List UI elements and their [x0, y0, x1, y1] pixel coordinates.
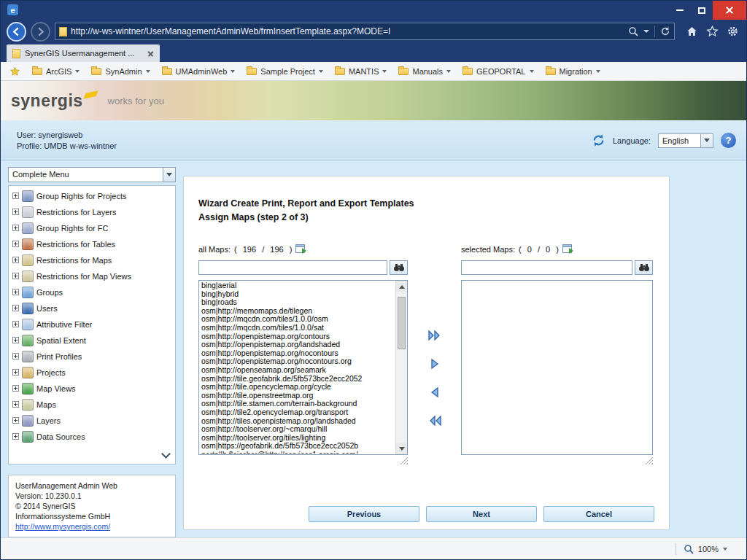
minimize-button[interactable] — [669, 1, 691, 20]
favorites-star-icon[interactable] — [706, 26, 719, 37]
maximize-button[interactable] — [691, 1, 713, 20]
help-button[interactable] — [721, 133, 736, 148]
map-list-item[interactable]: bing|hybrid — [200, 290, 395, 299]
tree-item[interactable]: Projects — [10, 365, 174, 381]
selected-maps-search-button[interactable] — [635, 260, 653, 275]
back-button[interactable] — [7, 22, 26, 42]
remove-all-button[interactable] — [427, 414, 443, 429]
all-maps-search-button[interactable] — [390, 260, 408, 275]
expand-plus-icon[interactable] — [12, 401, 19, 408]
tree-item[interactable]: Group Rights for FC — [10, 220, 174, 236]
map-list-item[interactable]: osm|http://tile.stamen.com/terrain-backg… — [200, 400, 395, 408]
map-list-item[interactable]: bing|roads — [200, 298, 395, 307]
zoom-dropdown-icon[interactable] — [723, 548, 727, 551]
tree-item[interactable]: Restrictions for Map Views — [10, 268, 174, 284]
expand-plus-icon[interactable] — [12, 321, 19, 327]
favorites-item[interactable]: Manuals — [398, 67, 451, 76]
listbox-scrollbar[interactable] — [395, 281, 407, 454]
map-list-item[interactable]: osm|http://openpistemap.org/landshaded — [200, 341, 395, 349]
favorites-item[interactable]: MANTIS — [335, 67, 387, 76]
map-list-item[interactable]: portal|b.fleischer@http://services1.arcg… — [200, 451, 395, 454]
tab-synergis-usermanagement[interactable]: SynerGIS Usermanagement ... — [7, 44, 160, 62]
search-icon[interactable] — [628, 26, 638, 36]
home-icon[interactable] — [686, 26, 698, 37]
favorites-item[interactable]: UMAdminWeb — [162, 67, 236, 76]
all-maps-listbox[interactable]: bing|aerialbing|hybridbing|roadsosm|http… — [198, 280, 408, 455]
add-selected-button[interactable] — [428, 357, 441, 373]
forward-button[interactable] — [31, 22, 50, 42]
scroll-thumb[interactable] — [398, 297, 406, 349]
selected-maps-search-input[interactable] — [461, 260, 632, 275]
map-list-item[interactable]: osm|http://tiles.openpistemap.org/landsh… — [200, 417, 395, 426]
map-list-item[interactable]: osm|http://toolserver.org/~cmarqu/hill — [200, 425, 395, 434]
tree-item[interactable]: Data Sources — [10, 429, 174, 445]
map-list-item[interactable]: osm|https://geofabrik.de/5fb573bce2ecc20… — [200, 442, 395, 451]
expand-plus-icon[interactable] — [12, 369, 19, 376]
map-list-item[interactable]: osm|http://mqcdn.com/tiles/1.0.0/sat — [200, 324, 395, 332]
tree-item[interactable]: Group Rights for Projects — [10, 188, 174, 204]
map-list-item[interactable]: osm|http://mqcdn.com/tiles/1.0.0/osm — [200, 315, 395, 324]
map-list-item[interactable]: osm|http://tile.opencyclemap.org/cycle — [200, 383, 395, 392]
search-dropdown-icon[interactable] — [643, 30, 649, 33]
scroll-down-button[interactable] — [396, 443, 407, 454]
expand-plus-icon[interactable] — [12, 305, 19, 311]
map-list-item[interactable]: osm|http://openpistemap.org/contours — [200, 332, 395, 341]
map-list-item[interactable]: osm|http://toolserver.org/tiles/lighting — [200, 434, 395, 443]
expand-plus-icon[interactable] — [12, 257, 19, 263]
address-input[interactable] — [71, 26, 624, 36]
add-all-button[interactable] — [427, 329, 443, 344]
reload-language-icon[interactable] — [592, 133, 605, 147]
favorites-item[interactable]: ArcGIS — [32, 67, 80, 76]
favorites-item[interactable]: SynAdmin — [91, 67, 150, 76]
tree-item[interactable]: Print Profiles — [10, 349, 174, 365]
reload-all-maps-button[interactable] — [295, 244, 308, 254]
expand-plus-icon[interactable] — [12, 385, 19, 392]
all-maps-search-input[interactable] — [198, 260, 387, 275]
settings-gear-icon[interactable] — [727, 26, 739, 37]
tree-item[interactable]: Map Views — [10, 381, 174, 397]
expand-plus-icon[interactable] — [12, 225, 19, 231]
tree-item[interactable]: Restrictions for Layers — [10, 204, 174, 220]
tree-item[interactable]: Groups — [10, 284, 174, 300]
close-button[interactable] — [713, 1, 746, 20]
map-list-item[interactable]: osm|http://tile.geofabrik.de/5fb573bce2e… — [200, 375, 395, 384]
map-list-item[interactable]: osm|http://tile.openstreetmap.org — [200, 392, 395, 400]
previous-button[interactable]: Previous — [309, 506, 419, 522]
tree-item[interactable]: Attributive Filter — [10, 316, 174, 332]
refresh-icon[interactable] — [660, 26, 670, 36]
expand-plus-icon[interactable] — [12, 289, 19, 295]
tree-item[interactable]: Maps — [10, 397, 174, 413]
expand-plus-icon[interactable] — [12, 273, 19, 279]
zoom-control[interactable]: 100% — [684, 544, 727, 554]
cancel-button[interactable]: Cancel — [543, 506, 654, 522]
tree-item[interactable]: Restrictions for Maps — [10, 252, 174, 268]
tree-item[interactable]: Restrictions for Tables — [10, 236, 174, 252]
map-list-item[interactable]: bing|aerial — [200, 281, 395, 290]
map-list-item[interactable]: osm|http://memomaps.de/tilegen — [200, 307, 395, 316]
synergis-link[interactable]: http://www.mysynergis.com/ — [15, 522, 110, 531]
tree-item[interactable]: Users — [10, 300, 174, 316]
favorites-item[interactable]: GEOPORTAL — [462, 67, 533, 76]
menu-select[interactable]: Complete Menu — [8, 167, 176, 182]
tree-item[interactable]: Layers — [10, 413, 174, 429]
select-arrow-button[interactable] — [700, 134, 713, 147]
map-list-item[interactable]: osm|http://openpistemap.org/nocontours.o… — [200, 357, 395, 366]
tree-item[interactable]: Spatial Extent — [10, 332, 174, 349]
next-button[interactable]: Next — [426, 506, 537, 522]
tree-scroll-down-button[interactable] — [159, 449, 172, 461]
favorites-bar-star-icon[interactable] — [9, 66, 20, 77]
map-list-item[interactable]: osm|http://tile2.opencyclemap.org/transp… — [200, 408, 395, 417]
expand-plus-icon[interactable] — [12, 241, 19, 247]
reload-selected-maps-button[interactable] — [562, 244, 575, 254]
expand-plus-icon[interactable] — [12, 417, 19, 424]
url-box[interactable] — [55, 23, 675, 40]
expand-plus-icon[interactable] — [12, 192, 19, 199]
favorites-item[interactable]: Sample Project — [247, 67, 323, 76]
expand-plus-icon[interactable] — [12, 433, 19, 440]
expand-plus-icon[interactable] — [12, 209, 19, 215]
map-list-item[interactable]: osm|http://openseamap.org/seamark — [200, 366, 395, 375]
select-arrow-button[interactable] — [163, 168, 175, 182]
remove-selected-button[interactable] — [428, 386, 441, 401]
map-list-item[interactable]: osm|http://openpistemap.org/nocontours — [200, 349, 395, 358]
selected-maps-listbox[interactable] — [461, 280, 653, 455]
